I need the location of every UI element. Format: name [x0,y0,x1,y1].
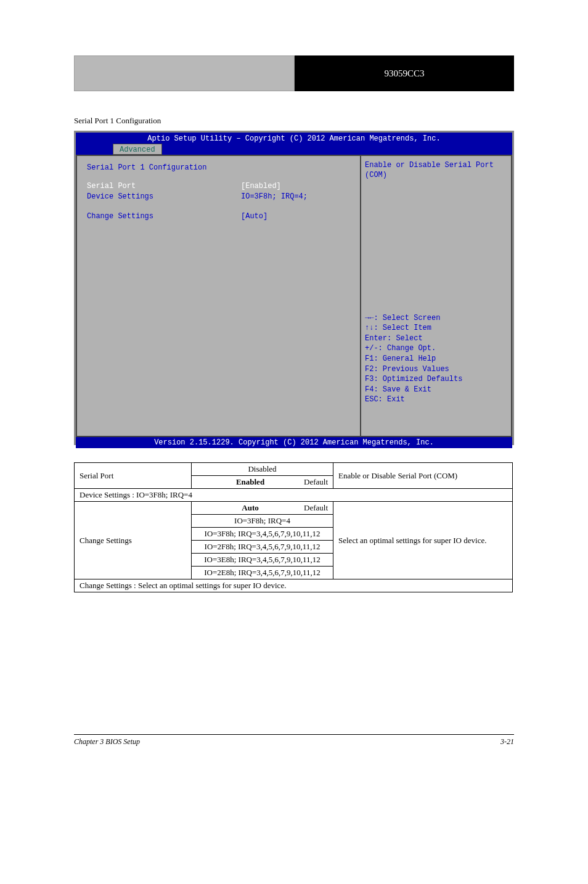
cell-option-bold: Enabled [236,477,264,486]
footer-right: 3-21 [500,737,514,747]
bios-help-line: (COM) [365,171,507,181]
bios-label-serial-port: Serial Port [87,182,241,192]
cell-default-hint: Default [304,477,328,487]
bios-key-line: ↑↓: Select Item [365,324,507,334]
cell-option: Enabled Default [192,476,333,489]
cell-serial-port-desc: Enable or Disable Serial Port (COM) [333,463,513,489]
bios-key-line: F2: Previous Values [365,365,507,375]
cell-change-settings-note: Change Settings : Select an optimal sett… [75,579,513,592]
table-row-note: Change Settings : Select an optimal sett… [75,579,513,592]
bios-key-line: F3: Optimized Defaults [365,375,507,385]
cell-option: IO=3F8h; IRQ=3,4,5,6,7,9,10,11,12 [192,528,333,541]
cell-serial-port-label: Serial Port [75,463,192,489]
footer-left: Chapter 3 BIOS Setup [74,737,140,747]
cell-option: IO=3F8h; IRQ=4 [192,515,333,528]
bios-value-serial-port: [Enabled] [241,182,281,192]
bios-row-serial-port[interactable]: Serial Port [Enabled] [87,182,356,192]
cell-device-settings: Device Settings : IO=3F8h; IRQ=4 [75,489,513,502]
cell-change-settings-desc: Select an optimal settings for super IO … [333,502,513,579]
bios-help-text: Enable or Disable Serial Port (COM) [365,161,507,180]
bios-value-device-settings: IO=3F8h; IRQ=4; [241,192,308,202]
bios-tab-row: Advanced [76,144,512,155]
bios-main-panel: Serial Port 1 Configuration Serial Port … [76,155,361,437]
cell-option-bold: Auto [242,503,258,512]
bios-panel-heading: Serial Port 1 Configuration [87,163,356,173]
tab-advanced[interactable]: Advanced [113,144,162,155]
page-header: 93059CC3 [74,55,514,91]
bios-label-device-settings: Device Settings [87,192,241,202]
bios-value-change-settings: [Auto] [241,212,267,222]
cell-default-hint: Default [304,503,328,513]
bios-title: Aptio Setup Utility – Copyright (C) 2012… [76,133,512,144]
section-heading: Serial Port 1 Configuration [74,116,514,126]
cell-change-settings-label: Change Settings [75,502,192,579]
bios-screenshot: Aptio Setup Utility – Copyright (C) 2012… [74,131,514,445]
header-left [74,55,295,91]
bios-key-line: +/-: Change Opt. [365,344,507,354]
bios-key-legend: →←: Select Screen ↑↓: Select Item Enter:… [365,314,507,431]
bios-help-line: Enable or Disable Serial Port [365,161,507,171]
table-row: Serial Port Disabled Enable or Disable S… [75,463,513,476]
options-table: Serial Port Disabled Enable or Disable S… [74,462,513,592]
table-row-device-settings: Device Settings : IO=3F8h; IRQ=4 [75,489,513,502]
bios-key-line: F4: Save & Exit [365,385,507,395]
header-right-label: 93059CC3 [384,68,424,79]
bios-row-device-settings: Device Settings IO=3F8h; IRQ=4; [87,192,356,202]
cell-option: Auto Default [192,502,333,515]
bios-key-line: ESC: Exit [365,395,507,405]
bios-help-panel: Enable or Disable Serial Port (COM) →←: … [361,155,512,437]
header-right: 93059CC3 [295,55,514,91]
table-row: Change Settings Auto Default Select an o… [75,502,513,515]
cell-option: IO=2F8h; IRQ=3,4,5,6,7,9,10,11,12 [192,541,333,554]
bios-row-change-settings[interactable]: Change Settings [Auto] [87,212,356,222]
bios-key-line: F1: General Help [365,354,507,364]
page-footer: Chapter 3 BIOS Setup 3-21 [74,734,514,747]
cell-option: Disabled [192,463,333,476]
bios-key-line: →←: Select Screen [365,314,507,324]
bios-key-line: Enter: Select [365,334,507,344]
bios-label-change-settings: Change Settings [87,212,241,222]
bios-footer: Version 2.15.1229. Copyright (C) 2012 Am… [76,437,512,448]
cell-option: IO=3E8h; IRQ=3,4,5,6,7,9,10,11,12 [192,554,333,567]
cell-option: IO=2E8h; IRQ=3,4,5,6,7,9,10,11,12 [192,567,333,579]
